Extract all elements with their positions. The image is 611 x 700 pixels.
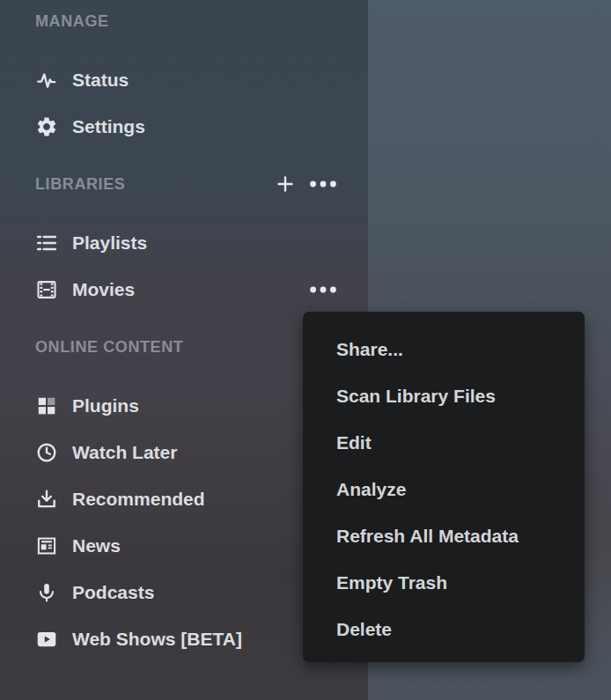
activity-icon <box>35 69 58 92</box>
menu-item-refresh-all-metadata[interactable]: Refresh All Metadata <box>303 512 585 559</box>
sidebar-item-label: Settings <box>72 116 145 137</box>
section-header-label: ONLINE CONTENT <box>35 338 183 357</box>
sidebar-item-label: Watch Later <box>72 442 177 463</box>
menu-item-analyze[interactable]: Analyze <box>303 466 585 512</box>
sidebar-item-label: Status <box>72 70 129 91</box>
section-header-label: MANAGE <box>35 12 109 31</box>
menu-item-delete[interactable]: Delete <box>303 606 585 652</box>
library-context-menu: Share... Scan Library Files Edit Analyze… <box>303 312 585 662</box>
section-header-libraries: LIBRARIES <box>35 173 336 195</box>
play-video-icon <box>35 628 58 651</box>
sidebar-item-playlists[interactable]: Playlists <box>0 219 368 266</box>
grid-icon <box>35 394 58 417</box>
section-header-manage: MANAGE <box>35 11 336 32</box>
libraries-more-button[interactable] <box>310 181 336 188</box>
playlist-icon <box>35 232 58 254</box>
ellipsis-icon <box>310 286 336 293</box>
newspaper-icon <box>35 534 58 557</box>
menu-item-edit[interactable]: Edit <box>303 419 585 466</box>
download-icon <box>35 488 58 511</box>
ellipsis-icon <box>310 181 336 188</box>
menu-item-share[interactable]: Share... <box>303 326 585 372</box>
movies-more-button[interactable] <box>310 286 336 293</box>
clock-icon <box>35 441 58 464</box>
menu-item-scan-library-files[interactable]: Scan Library Files <box>303 372 585 419</box>
microphone-icon <box>35 581 58 604</box>
add-library-button[interactable] <box>275 173 296 195</box>
section-header-label: LIBRARIES <box>35 175 125 194</box>
gear-icon <box>35 115 58 138</box>
sidebar-item-label: Podcasts <box>72 582 154 603</box>
sidebar-item-settings[interactable]: Settings <box>0 103 368 150</box>
sidebar-item-label: Playlists <box>72 232 147 254</box>
plus-icon <box>275 173 296 195</box>
film-icon <box>35 278 58 301</box>
sidebar-item-label: Web Shows [BETA] <box>72 629 242 650</box>
menu-item-empty-trash[interactable]: Empty Trash <box>303 559 585 606</box>
sidebar-item-label: Recommended <box>72 489 205 510</box>
sidebar-item-label: Plugins <box>72 395 139 416</box>
sidebar-item-label: News <box>72 535 121 556</box>
sidebar-item-label: Movies <box>72 279 135 300</box>
section-header-online-content: ONLINE CONTENT <box>35 336 336 357</box>
sidebar-item-movies[interactable]: Movies <box>0 266 368 313</box>
sidebar-item-status[interactable]: Status <box>0 56 368 103</box>
